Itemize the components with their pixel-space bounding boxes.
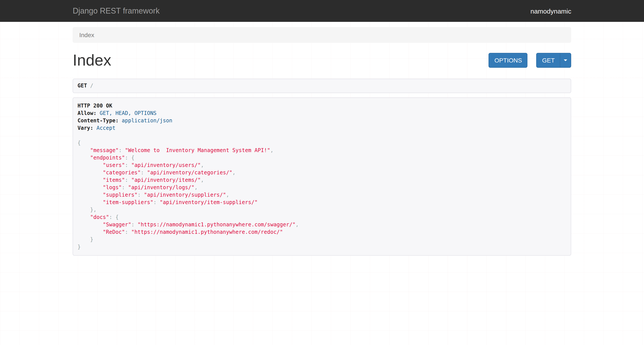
- caret-down-icon: [564, 59, 568, 61]
- page-header: Index OPTIONS GET: [73, 51, 572, 69]
- request-path: /: [90, 82, 93, 88]
- brand-link[interactable]: Django REST framework: [73, 6, 160, 15]
- get-button-group: GET: [536, 53, 572, 68]
- response-info: HTTP 200 OK Allow: GET, HEAD, OPTIONS Co…: [73, 97, 572, 255]
- page-title: Index: [73, 51, 111, 69]
- breadcrumb-item-index: Index: [80, 30, 565, 39]
- get-dropdown-toggle[interactable]: [560, 53, 572, 68]
- breadcrumb: Index: [73, 27, 572, 43]
- navbar: Django REST framework namodynamic: [0, 0, 644, 22]
- response-body: HTTP 200 OK Allow: GET, HEAD, OPTIONS Co…: [78, 102, 299, 250]
- request-method: GET: [78, 82, 87, 88]
- toolbar: OPTIONS GET: [489, 53, 572, 68]
- page: Django REST framework namodynamic Index …: [0, 0, 644, 345]
- user-menu[interactable]: namodynamic: [530, 7, 572, 15]
- request-info: GET /: [73, 78, 572, 93]
- options-button[interactable]: OPTIONS: [489, 53, 528, 68]
- get-button[interactable]: GET: [536, 53, 560, 68]
